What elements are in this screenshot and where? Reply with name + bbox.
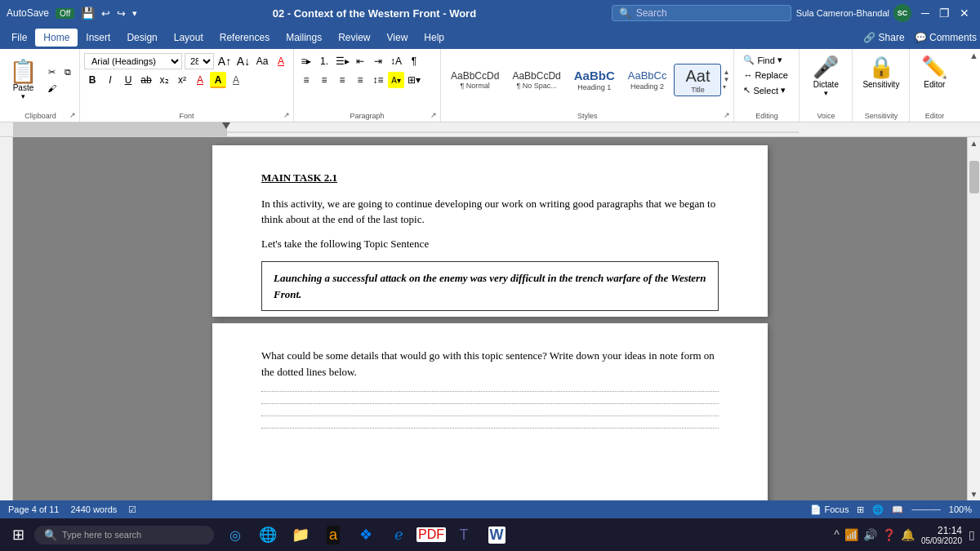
select-button[interactable]: ↖ Select ▾	[738, 83, 795, 97]
search-input[interactable]	[636, 7, 775, 19]
menu-design[interactable]: Design	[118, 29, 165, 47]
paste-button[interactable]: 📋 Paste ▾	[6, 59, 41, 102]
font-family-select[interactable]: Arial (Headings)	[84, 53, 182, 69]
amazon-button[interactable]: a	[318, 520, 348, 549]
pdf-button[interactable]: PDF	[416, 520, 446, 549]
restore-button[interactable]: ❐	[936, 4, 954, 22]
replace-button[interactable]: ↔ Replace	[738, 69, 795, 82]
dropbox-button[interactable]: ❖	[351, 520, 381, 549]
menu-insert[interactable]: Insert	[78, 29, 118, 47]
font-color-button[interactable]: A	[192, 72, 208, 88]
scroll-down-button[interactable]: ▼	[970, 490, 978, 499]
cortana-button[interactable]: ◎	[220, 520, 250, 549]
menu-view[interactable]: View	[379, 29, 416, 47]
sort-button[interactable]: ↕A	[388, 53, 404, 69]
font-size-select[interactable]: 28	[185, 53, 214, 69]
menu-help[interactable]: Help	[416, 29, 452, 47]
increase-indent-button[interactable]: ⇥	[370, 53, 386, 69]
format-painter-button[interactable]: 🖌	[44, 81, 59, 96]
style-normal[interactable]: AaBbCcDd ¶ Normal	[445, 68, 505, 92]
bullets-button[interactable]: ≡▸	[298, 53, 314, 69]
underline-button[interactable]: U	[120, 72, 136, 88]
superscript-button[interactable]: x²	[174, 72, 190, 88]
scrollbar-thumb[interactable]	[969, 161, 979, 193]
cut-button[interactable]: ✂	[44, 64, 59, 79]
style-title[interactable]: Aat Title	[674, 64, 721, 96]
strikethrough-button[interactable]: ab	[138, 72, 154, 88]
styles-scroll[interactable]: ▲ ▼ ▾	[723, 69, 729, 91]
show-desktop-button[interactable]: ▯	[969, 528, 975, 541]
track-changes-icon: ☑	[128, 504, 136, 515]
autosave-toggle[interactable]: Off	[56, 8, 74, 19]
save-icon[interactable]: 💾	[81, 7, 95, 20]
customize-icon[interactable]: ▾	[132, 8, 137, 19]
focus-button[interactable]: 📄 Focus	[810, 504, 849, 515]
dictate-button[interactable]: 🎤 Dictate ▾	[804, 51, 848, 109]
menu-file[interactable]: File	[3, 29, 35, 47]
paragraph-expand[interactable]: ↗	[429, 110, 439, 120]
align-right-button[interactable]: ≡	[334, 72, 350, 88]
start-button[interactable]: ⊞	[5, 522, 31, 548]
share-button[interactable]: 🔗 Share	[863, 32, 904, 43]
copy-button[interactable]: ⧉	[60, 64, 75, 79]
teams-button[interactable]: T	[449, 520, 479, 549]
view-web-button[interactable]: 🌐	[872, 504, 884, 515]
menu-mailings[interactable]: Mailings	[278, 29, 330, 47]
chrome-button[interactable]: 🌐	[253, 520, 283, 549]
menu-review[interactable]: Review	[330, 29, 378, 47]
line-spacing-button[interactable]: ↕≡	[370, 72, 386, 88]
help-icon[interactable]: ❓	[882, 528, 896, 541]
decrease-indent-button[interactable]: ⇤	[352, 53, 368, 69]
redo-icon[interactable]: ↪	[117, 7, 126, 20]
menu-references[interactable]: References	[212, 29, 278, 47]
font-shade-button[interactable]: A	[228, 72, 244, 88]
bold-button[interactable]: B	[84, 72, 100, 88]
view-layout-button[interactable]: ⊞	[857, 504, 864, 515]
notification-icon[interactable]: 🔔	[901, 528, 915, 541]
clear-format-button[interactable]: A	[273, 53, 289, 69]
sensitivity-button[interactable]: 🔒 Sensitivity	[857, 51, 905, 109]
numbering-button[interactable]: 1.	[316, 53, 332, 69]
italic-button[interactable]: I	[102, 72, 118, 88]
shrink-font-button[interactable]: A↓	[235, 53, 252, 69]
align-center-button[interactable]: ≡	[316, 72, 332, 88]
search-box[interactable]: 🔍	[612, 5, 791, 21]
menu-home[interactable]: Home	[35, 29, 78, 47]
scrollbar[interactable]: ▲ ▼	[967, 137, 980, 500]
volume-icon[interactable]: 🔊	[863, 528, 877, 541]
tray-up-icon[interactable]: ^	[834, 528, 840, 541]
file-explorer-button[interactable]: 📁	[286, 520, 315, 549]
style-no-spacing[interactable]: AaBbCcDd ¶ No Spac...	[506, 68, 566, 92]
edge-button[interactable]: ℯ	[384, 520, 413, 549]
close-button[interactable]: ✕	[956, 4, 973, 22]
comments-button[interactable]: 💬 Comments	[915, 32, 977, 43]
align-left-button[interactable]: ≡	[298, 72, 314, 88]
minimize-button[interactable]: ─	[916, 4, 934, 22]
select-icon: ↖	[743, 85, 751, 96]
subscript-button[interactable]: x₂	[156, 72, 172, 88]
undo-icon[interactable]: ↩	[101, 7, 110, 20]
scroll-up-button[interactable]: ▲	[970, 139, 978, 148]
justify-button[interactable]: ≡	[352, 72, 368, 88]
editor-button[interactable]: ✏️ Editor	[914, 51, 955, 109]
show-formatting-button[interactable]: ¶	[406, 53, 422, 69]
shading-button[interactable]: A▾	[388, 72, 404, 88]
font-expand[interactable]: ↗	[282, 110, 292, 120]
menu-layout[interactable]: Layout	[166, 29, 212, 47]
find-button[interactable]: 🔍 Find ▾	[738, 53, 795, 67]
voice-group: 🎤 Dictate ▾ Voice	[800, 49, 853, 122]
taskbar-search[interactable]: 🔍 Type here to search	[34, 526, 214, 544]
clipboard-expand[interactable]: ↗	[68, 110, 78, 120]
highlight-button[interactable]: A	[210, 72, 226, 88]
styles-expand[interactable]: ↗	[722, 110, 732, 120]
collapse-ribbon-button[interactable]: ▲	[969, 49, 978, 122]
word-button[interactable]: W	[482, 520, 511, 549]
style-heading2[interactable]: AaBbCc Heading 2	[622, 67, 673, 93]
change-case-button[interactable]: Aa	[254, 53, 270, 69]
borders-button[interactable]: ⊞▾	[406, 72, 422, 88]
multilevel-button[interactable]: ☰▸	[334, 53, 350, 69]
grow-font-button[interactable]: A↑	[216, 53, 233, 69]
network-icon[interactable]: 📶	[844, 528, 858, 541]
style-heading1[interactable]: AaBbC Heading 1	[568, 66, 621, 94]
view-read-button[interactable]: 📖	[892, 504, 903, 515]
